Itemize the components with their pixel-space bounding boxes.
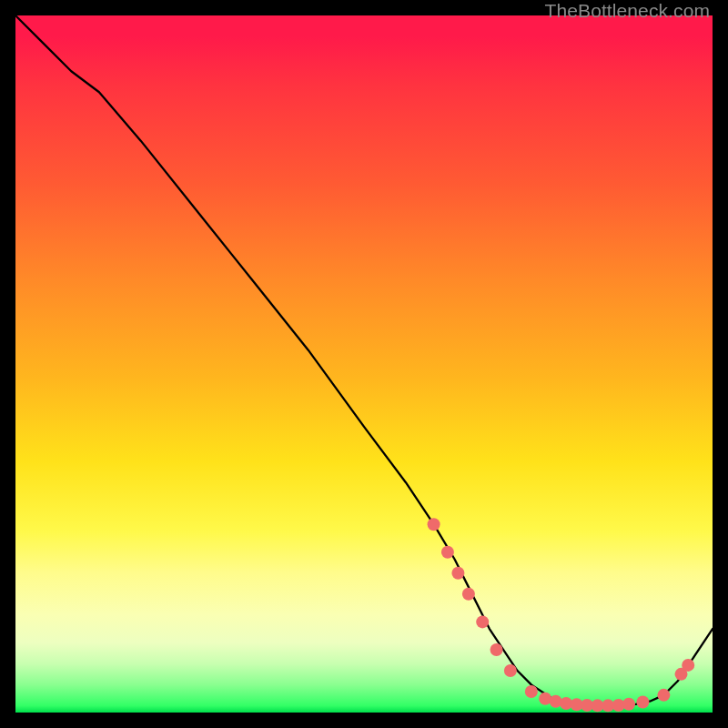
data-dot xyxy=(657,689,670,702)
data-dot xyxy=(462,588,475,601)
data-dot xyxy=(490,643,503,656)
plot-area xyxy=(15,15,713,713)
data-dot xyxy=(504,664,517,677)
series-curve xyxy=(15,15,713,705)
data-dots xyxy=(428,518,695,712)
data-dot xyxy=(525,685,538,698)
data-dot xyxy=(682,659,694,672)
watermark-text: TheBottleneck.com xyxy=(545,0,710,22)
data-dot xyxy=(441,546,454,559)
data-dot xyxy=(636,696,649,709)
data-dot xyxy=(476,615,489,628)
data-dot xyxy=(428,518,440,531)
chart-container: { "watermark": "TheBottleneck.com", "col… xyxy=(0,0,728,728)
data-dot xyxy=(451,567,464,580)
data-dot xyxy=(622,698,635,711)
chart-svg xyxy=(15,15,713,713)
